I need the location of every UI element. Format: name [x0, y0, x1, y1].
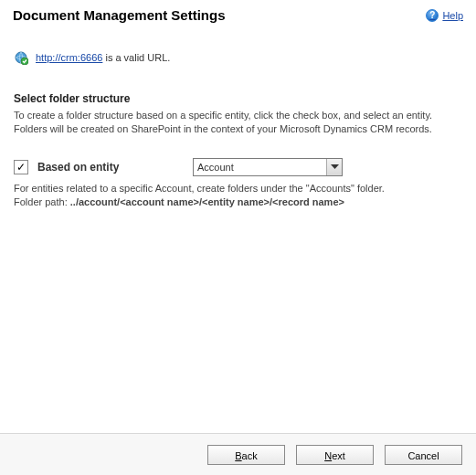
folder-path-label: Folder path:	[14, 196, 70, 207]
entity-note-line1: For entities related to a specific Accou…	[14, 182, 462, 195]
page-title: Document Management Settings	[13, 7, 226, 23]
based-on-entity-checkbox[interactable]: ✓	[14, 160, 28, 174]
checkmark-icon: ✓	[16, 162, 26, 173]
entity-select-value: Account	[193, 158, 343, 176]
globe-valid-icon	[14, 50, 28, 65]
help-icon: ?	[426, 9, 439, 22]
based-on-entity-label: Based on entity	[37, 161, 184, 174]
help-label: Help	[442, 10, 463, 21]
next-button[interactable]: Next	[296, 445, 374, 465]
folder-path-value: ../account/<account name>/<entity name>/…	[70, 196, 344, 207]
sharepoint-url-link[interactable]: http://crm:6666	[36, 52, 102, 63]
help-link[interactable]: ? Help	[426, 9, 463, 22]
back-button[interactable]: Back	[207, 445, 285, 465]
cancel-button[interactable]: Cancel	[385, 445, 462, 465]
folder-structure-description: To create a folder structure based on a …	[14, 109, 462, 136]
url-status-text: is a valid URL.	[102, 52, 170, 63]
entity-select[interactable]: Account	[193, 158, 343, 176]
folder-structure-heading: Select folder structure	[14, 92, 462, 105]
